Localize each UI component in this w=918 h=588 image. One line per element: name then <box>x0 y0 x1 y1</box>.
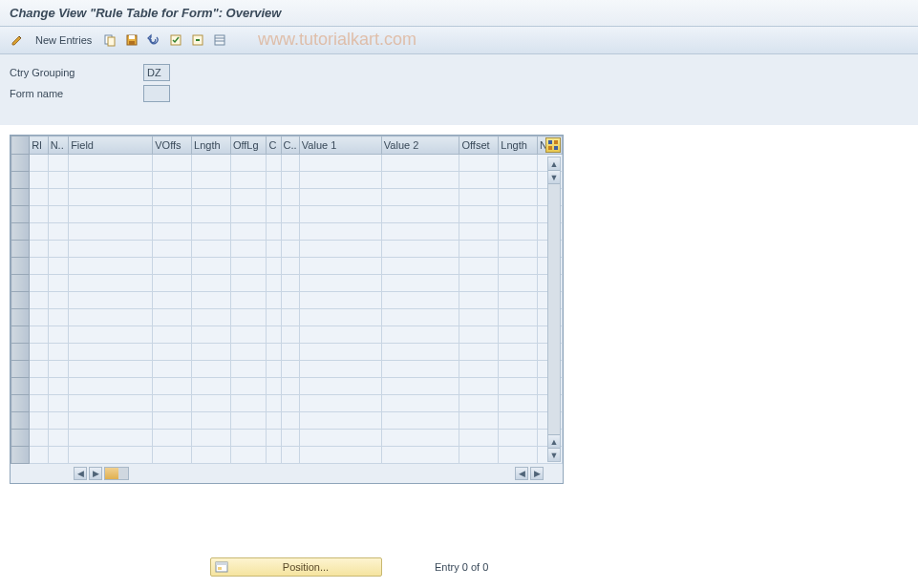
table-cell[interactable] <box>267 223 281 241</box>
row-selector[interactable] <box>11 447 30 464</box>
col-header-c2[interactable]: C.. <box>281 136 299 155</box>
table-cell[interactable] <box>459 378 499 395</box>
table-cell[interactable] <box>499 241 538 258</box>
table-cell[interactable] <box>267 344 281 361</box>
row-selector[interactable] <box>11 292 30 309</box>
delimit-icon[interactable] <box>210 31 229 50</box>
table-cell[interactable] <box>299 155 381 172</box>
table-cell[interactable] <box>499 223 538 241</box>
table-cell[interactable] <box>230 309 267 326</box>
table-cell[interactable] <box>69 447 153 464</box>
table-cell[interactable] <box>459 412 499 430</box>
hscroll-track[interactable] <box>104 467 129 480</box>
scroll-page-down-icon[interactable]: ▲ <box>548 434 560 448</box>
col-header-val2[interactable]: Value 2 <box>381 136 459 155</box>
row-selector[interactable] <box>11 155 30 172</box>
ctry-grouping-field[interactable] <box>143 64 170 81</box>
table-cell[interactable] <box>299 309 381 326</box>
scroll-up-icon[interactable]: ▲ <box>548 158 560 171</box>
table-cell[interactable] <box>499 258 538 275</box>
table-cell[interactable] <box>153 258 192 275</box>
table-cell[interactable] <box>299 447 381 464</box>
table-cell[interactable] <box>153 447 192 464</box>
table-cell[interactable] <box>30 395 48 412</box>
table-cell[interactable] <box>69 206 153 223</box>
table-cell[interactable] <box>30 275 48 292</box>
table-cell[interactable] <box>381 206 459 223</box>
table-cell[interactable] <box>381 430 459 447</box>
table-cell[interactable] <box>48 241 68 258</box>
table-cell[interactable] <box>30 206 48 223</box>
table-cell[interactable] <box>299 258 381 275</box>
scroll-page-up-icon[interactable]: ▼ <box>548 171 560 184</box>
table-cell[interactable] <box>381 292 459 309</box>
table-cell[interactable] <box>230 275 267 292</box>
table-cell[interactable] <box>381 378 459 395</box>
table-cell[interactable] <box>381 275 459 292</box>
table-cell[interactable] <box>230 395 267 412</box>
table-cell[interactable] <box>381 447 459 464</box>
table-cell[interactable] <box>281 206 299 223</box>
row-selector[interactable] <box>11 241 30 258</box>
table-cell[interactable] <box>69 172 153 189</box>
hscroll-right2-icon[interactable]: ▶ <box>530 467 544 480</box>
undo-icon[interactable] <box>144 31 163 50</box>
table-cell[interactable] <box>30 309 48 326</box>
table-cell[interactable] <box>459 275 499 292</box>
table-cell[interactable] <box>299 430 381 447</box>
new-entries-button[interactable]: New Entries <box>30 32 97 48</box>
col-header-voffs[interactable]: VOffs <box>153 136 192 155</box>
table-cell[interactable] <box>459 241 499 258</box>
table-cell[interactable] <box>153 412 192 430</box>
table-cell[interactable] <box>267 361 281 378</box>
col-header-c1[interactable]: C <box>267 136 281 155</box>
table-cell[interactable] <box>69 326 153 344</box>
table-cell[interactable] <box>499 395 538 412</box>
table-cell[interactable] <box>281 155 299 172</box>
row-selector[interactable] <box>11 378 30 395</box>
row-selector[interactable] <box>11 361 30 378</box>
table-cell[interactable] <box>153 206 192 223</box>
table-cell[interactable] <box>30 361 48 378</box>
table-cell[interactable] <box>281 378 299 395</box>
table-cell[interactable] <box>48 189 68 206</box>
position-button[interactable]: Position... <box>210 557 382 577</box>
col-header-n[interactable]: N.. <box>48 136 68 155</box>
table-cell[interactable] <box>299 189 381 206</box>
table-cell[interactable] <box>281 223 299 241</box>
table-cell[interactable] <box>69 189 153 206</box>
table-cell[interactable] <box>459 326 499 344</box>
table-cell[interactable] <box>69 361 153 378</box>
table-cell[interactable] <box>192 189 231 206</box>
table-cell[interactable] <box>153 241 192 258</box>
table-cell[interactable] <box>30 378 48 395</box>
table-cell[interactable] <box>267 155 281 172</box>
table-cell[interactable] <box>299 275 381 292</box>
table-cell[interactable] <box>69 430 153 447</box>
table-cell[interactable] <box>499 309 538 326</box>
table-cell[interactable] <box>381 412 459 430</box>
table-cell[interactable] <box>153 292 192 309</box>
table-cell[interactable] <box>459 258 499 275</box>
table-cell[interactable] <box>267 172 281 189</box>
col-header-val1[interactable]: Value 1 <box>299 136 381 155</box>
table-cell[interactable] <box>267 412 281 430</box>
table-cell[interactable] <box>230 378 267 395</box>
table-cell[interactable] <box>230 412 267 430</box>
col-header-rl[interactable]: Rl <box>30 136 48 155</box>
table-cell[interactable] <box>381 223 459 241</box>
table-cell[interactable] <box>192 275 231 292</box>
table-cell[interactable] <box>192 412 231 430</box>
table-cell[interactable] <box>48 155 68 172</box>
table-cell[interactable] <box>48 309 68 326</box>
row-selector[interactable] <box>11 309 30 326</box>
table-cell[interactable] <box>153 344 192 361</box>
table-cell[interactable] <box>48 292 68 309</box>
table-cell[interactable] <box>299 292 381 309</box>
table-cell[interactable] <box>281 309 299 326</box>
table-cell[interactable] <box>30 172 48 189</box>
table-cell[interactable] <box>69 395 153 412</box>
table-cell[interactable] <box>69 155 153 172</box>
table-cell[interactable] <box>69 258 153 275</box>
table-cell[interactable] <box>153 155 192 172</box>
